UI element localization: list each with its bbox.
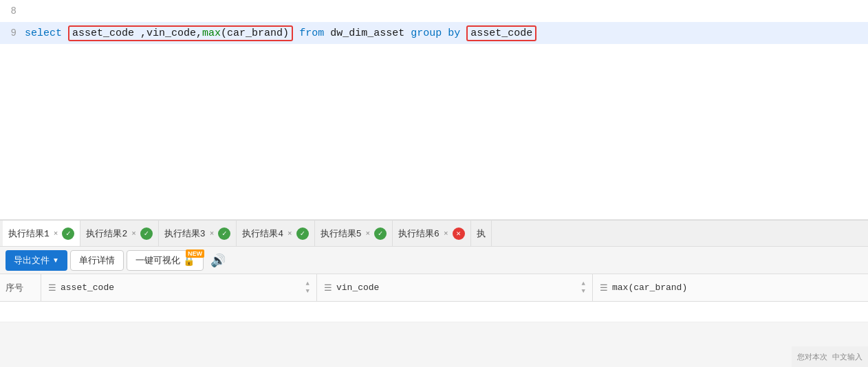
th-col-asset-code[interactable]: ☰ asset_code ▲ ▼ xyxy=(41,274,317,301)
tab-1-status-icon: ✓ xyxy=(62,227,74,240)
sort-arrows-asset-code[interactable]: ▲ ▼ xyxy=(306,280,310,295)
group-by-keyword: group by xyxy=(411,27,460,39)
detail-button[interactable]: 单行详情 xyxy=(70,250,124,271)
tab-result-2[interactable]: 执行结果2 × ✓ xyxy=(80,221,158,246)
col-max-car-brand-label: max(car_brand) xyxy=(612,282,687,293)
col-asset-code-name: ☰ asset_code xyxy=(48,282,114,293)
tab-result-4[interactable]: 执行结果4 × ✓ xyxy=(237,221,314,246)
tab-1-label: 执行结果1 xyxy=(8,227,50,240)
new-badge: NEW xyxy=(186,249,204,258)
tab-result-3[interactable]: 执行结果3 × ✓ xyxy=(159,221,237,246)
code-editor: 8 9 select asset_code ,vin_code,max(car_… xyxy=(0,0,868,220)
col-vin-code-name: ☰ vin_code xyxy=(324,282,379,293)
col-asset-code-label: asset_code xyxy=(61,282,114,293)
toolbar-row: 导出文件 ▼ 单行详情 一键可视化 NEW 🔒 🔊 xyxy=(0,247,868,274)
tab-5-close[interactable]: × xyxy=(365,230,372,238)
col-vin-code-label: vin_code xyxy=(336,282,379,293)
tab-4-close[interactable]: × xyxy=(286,230,294,238)
select-keyword: select xyxy=(25,27,62,39)
th-col-max-car-brand[interactable]: ☰ max(car_brand) xyxy=(593,274,868,301)
columns-outlined-box: asset_code ,vin_code,max(car_brand) xyxy=(68,25,293,41)
col-max-car-brand-icon: ☰ xyxy=(600,282,608,293)
tab-6-label: 执行结果6 xyxy=(398,227,440,240)
tab-5-label: 执行结果5 xyxy=(321,227,362,240)
tab-2-status-icon: ✓ xyxy=(140,227,153,240)
tab-6-close[interactable]: × xyxy=(442,230,450,238)
tab-3-label: 执行结果3 xyxy=(164,227,206,240)
table-name: dw_dim_asset xyxy=(330,27,404,39)
tab-result-partial[interactable]: 执 xyxy=(471,221,492,246)
tab-5-status-icon: ✓ xyxy=(374,227,387,240)
hint-text: 您对本次 中文输入 xyxy=(797,352,862,362)
th-col-vin-code[interactable]: ☰ vin_code ▲ ▼ xyxy=(317,274,593,301)
groupby-outlined-box: asset_code xyxy=(466,25,536,41)
code-line-8: 8 xyxy=(0,0,868,22)
tab-6-status-icon: ✕ xyxy=(453,227,465,240)
table-header-row: 序号 ☰ asset_code ▲ ▼ ☰ vin_code ▲ ▼ xyxy=(0,274,868,302)
groupby-column: asset_code xyxy=(470,27,532,39)
tab-partial-label: 执 xyxy=(477,227,486,240)
tab-4-label: 执行结果4 xyxy=(242,227,283,240)
col-asset-code-icon: ☰ xyxy=(48,282,56,293)
line-content-9: select asset_code ,vin_code,max(car_bran… xyxy=(25,25,868,41)
col-vin-code-icon: ☰ xyxy=(324,282,332,293)
export-button[interactable]: 导出文件 ▼ xyxy=(6,250,67,271)
asset-code-token: asset_code ,vin_code, xyxy=(72,27,202,39)
car-brand-token: (car_brand) xyxy=(221,27,289,39)
tab-3-status-icon: ✓ xyxy=(218,227,230,240)
from-keyword: from xyxy=(299,27,324,39)
bottom-panel: 执行结果1 × ✓ 执行结果2 × ✓ 执行结果3 × ✓ 执行结果4 × ✓ … xyxy=(0,220,868,367)
detail-label: 单行详情 xyxy=(79,254,115,267)
tab-result-5[interactable]: 执行结果5 × ✓ xyxy=(315,221,393,246)
tab-3-close[interactable]: × xyxy=(208,230,216,238)
tab-2-label: 执行结果2 xyxy=(86,227,127,240)
tab-result-6[interactable]: 执行结果6 × ✕ xyxy=(393,221,470,246)
code-line-9[interactable]: 9 select asset_code ,vin_code,max(car_br… xyxy=(0,22,868,44)
table-empty-row xyxy=(0,302,868,322)
tab-1-close[interactable]: × xyxy=(52,230,60,238)
tab-result-1[interactable]: 执行结果1 × ✓ xyxy=(3,221,80,246)
sound-icon[interactable]: 🔊 xyxy=(206,253,230,268)
col-max-car-brand-name: ☰ max(car_brand) xyxy=(600,282,687,293)
sort-arrows-vin-code[interactable]: ▲ ▼ xyxy=(582,280,585,295)
visualize-button[interactable]: 一键可视化 NEW 🔒 xyxy=(127,250,204,271)
seq-label: 序号 xyxy=(6,282,23,294)
tab-4-status-icon: ✓ xyxy=(296,227,309,240)
th-seq: 序号 xyxy=(0,274,41,301)
hint-area: 您对本次 中文输入 xyxy=(792,346,868,367)
tabs-row: 执行结果1 × ✓ 执行结果2 × ✓ 执行结果3 × ✓ 执行结果4 × ✓ … xyxy=(0,221,868,247)
line-number-9: 9 xyxy=(0,27,25,38)
export-chevron-icon: ▼ xyxy=(52,256,59,264)
tab-2-close[interactable]: × xyxy=(130,230,138,238)
visualize-label: 一键可视化 xyxy=(135,254,180,267)
line-number-8: 8 xyxy=(0,5,25,16)
max-token: max xyxy=(202,27,221,39)
export-label: 导出文件 xyxy=(14,254,50,267)
